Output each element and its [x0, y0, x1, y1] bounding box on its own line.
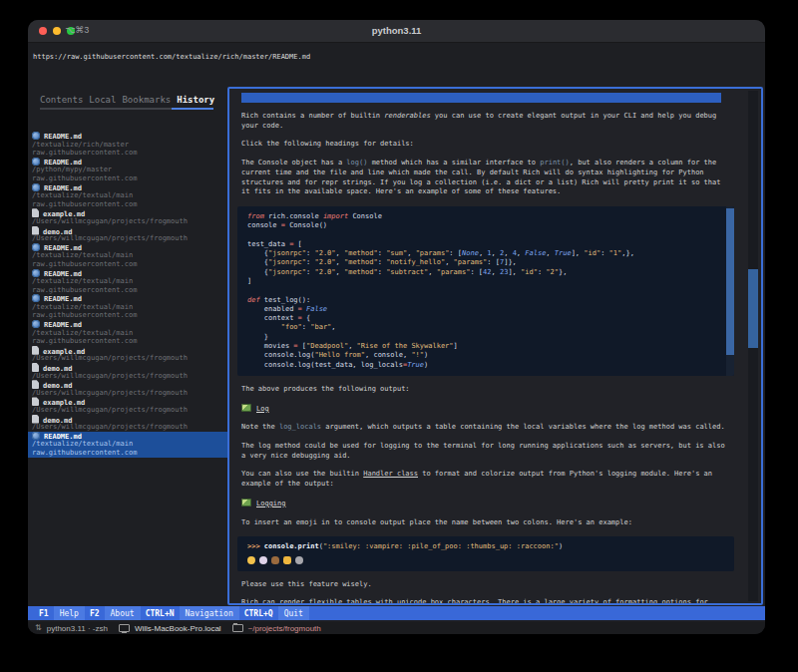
url-bar[interactable]: https://raw.githubusercontent.com/textua…	[33, 53, 310, 61]
link-log[interactable]: Log	[241, 404, 726, 415]
folder-icon	[232, 624, 243, 632]
footer-binding-key: F2	[85, 606, 105, 620]
history-item-icon	[32, 346, 39, 355]
history-item[interactable]: demo.md /Users/willmcgugan/projects/frog…	[28, 363, 227, 380]
computer-icon	[119, 624, 130, 632]
history-item-path: /Users/willmcgugan/projects/frogmouth	[32, 234, 227, 243]
sidebar-tab[interactable]: Local	[89, 95, 116, 105]
footer-binding-key: CTRL+N	[141, 606, 180, 620]
history-item-path: /textualize/textual/main	[32, 191, 227, 200]
session-updown-icon: ⇅	[35, 624, 42, 632]
image-icon	[241, 404, 251, 412]
sidebar: Contents Local Bookmarks History README.…	[28, 95, 227, 604]
link-logging[interactable]: Logging	[241, 499, 726, 509]
history-item[interactable]: demo.md /Users/willmcgugan/projects/frog…	[28, 380, 227, 397]
paragraph-log-method: The log method could be used for logging…	[241, 442, 726, 461]
emoji-glyph	[271, 556, 279, 564]
desktop: ⌥⌘3 python3.11 https://raw.githubusercon…	[0, 0, 798, 672]
footer-binding-key: CTRL+Q	[239, 606, 278, 620]
code-block-scrollbar[interactable]	[726, 206, 734, 376]
history-item-path: /Users/willmcgugan/projects/frogmouth	[32, 389, 227, 398]
history-item-path: /python/mypy/master	[32, 166, 227, 174]
history-item-icon	[32, 183, 40, 191]
paragraph-wisely: Please use this feature wisely.	[241, 580, 726, 590]
footer-binding-label: About	[105, 606, 141, 620]
image-icon	[241, 499, 251, 506]
link-log-label[interactable]: Log	[256, 405, 269, 413]
document-scrollbar[interactable]	[748, 91, 758, 601]
emoji-glyph	[259, 556, 267, 564]
history-item[interactable]: README.md /textualize/textual/main raw.g…	[28, 243, 227, 269]
document-viewer[interactable]: Rich contains a number of builtin render…	[227, 87, 763, 605]
footer-binding[interactable]: F1Help	[34, 606, 85, 620]
history-item[interactable]: README.md /textualize/textual/main raw.g…	[28, 269, 227, 295]
history-item-icon	[32, 269, 40, 277]
history-item-path: /Users/willmcgugan/projects/frogmouth	[32, 354, 227, 363]
working-directory-label: ~/projects/frogmouth	[248, 624, 321, 633]
active-tab-underline	[172, 108, 213, 110]
history-item-domain: raw.githubusercontent.com	[32, 174, 227, 183]
history-item-domain: raw.githubusercontent.com	[32, 337, 227, 346]
paragraph-tables: Rich can render flexible tables with uni…	[241, 598, 726, 605]
history-item-domain: raw.githubusercontent.com	[32, 449, 227, 458]
sidebar-tab[interactable]: History	[177, 95, 214, 105]
code-block-emoji: >>> console.print(":smiley: :vampire: :p…	[237, 536, 734, 570]
history-item[interactable]: README.md /textualize/textual/main raw.g…	[28, 432, 227, 458]
paragraph-intro: Rich contains a number of builtin render…	[241, 112, 726, 131]
hostname-label: Wills-MacBook-Pro.local	[135, 624, 221, 633]
history-item-icon	[32, 243, 40, 251]
code-block-example: from rich.console import Consoleconsole …	[237, 206, 734, 376]
session-label: python3.11 · -zsh	[47, 624, 108, 633]
paragraph-handler: You can also use the builtin Handler cla…	[241, 470, 726, 489]
history-item-domain: raw.githubusercontent.com	[32, 149, 227, 158]
history-item-path: /textualize/textual/main	[32, 440, 227, 449]
code-lines: >>> console.print(":smiley: :vampire: :p…	[247, 542, 734, 551]
paragraph-emoji-howto: To insert an emoji in to console output …	[241, 518, 726, 528]
footer-binding[interactable]: CTRL+QQuit	[239, 606, 309, 620]
history-item[interactable]: README.md /python/mypy/master raw.github…	[28, 158, 227, 183]
emoji-glyph	[247, 556, 255, 564]
history-item-path: /textualize/rich/master	[32, 141, 227, 150]
footer-binding-label: Help	[54, 606, 85, 620]
sidebar-tab[interactable]: Bookmarks	[122, 95, 171, 105]
window-title: python3.11	[28, 25, 765, 36]
history-item[interactable]: example.md /Users/willmcgugan/projects/f…	[28, 208, 227, 225]
document-scrollbar-thumb[interactable]	[748, 269, 758, 348]
paragraph-note-log-locals: Note the log_locals argument, which outp…	[241, 423, 726, 433]
sidebar-tab[interactable]: Contents	[40, 95, 83, 105]
history-item[interactable]: README.md /textualize/textual/main raw.g…	[28, 183, 227, 209]
history-list: README.md /textualize/rich/master raw.gi…	[28, 132, 227, 458]
footer-binding[interactable]: CTRL+NNavigation	[141, 606, 239, 620]
paragraph-console-log: The Console object has a log() method wh…	[241, 159, 726, 197]
link-logging-label[interactable]: Logging	[256, 500, 286, 507]
history-item[interactable]: README.md /textualize/textual/main raw.g…	[28, 320, 227, 346]
history-item[interactable]: example.md /Users/willmcgugan/projects/f…	[28, 397, 227, 414]
history-item-domain: raw.githubusercontent.com	[32, 260, 227, 269]
history-item-path: /textualize/textual/main	[32, 303, 227, 312]
scrolled-heading-bar	[241, 93, 721, 103]
paragraph-click-headings: Click the following headings for details…	[241, 140, 726, 150]
history-item[interactable]: demo.md /Users/willmcgugan/projects/frog…	[28, 415, 227, 432]
history-item-icon	[32, 380, 39, 389]
footer-binding-label: Quit	[278, 606, 309, 620]
code-block-scrollbar-thumb[interactable]	[726, 208, 734, 355]
paragraph-above-output: The above produces the following output:	[241, 385, 726, 395]
history-item-path: /Users/willmcgugan/projects/frogmouth	[32, 372, 227, 381]
history-item-icon	[32, 294, 40, 302]
history-item-icon	[32, 226, 39, 235]
history-item-name: README.md	[44, 321, 82, 329]
terminal-statusbar: ⇅ python3.11 · -zsh Wills-MacBook-Pro.lo…	[28, 622, 765, 634]
terminal-window: ⌥⌘3 python3.11 https://raw.githubusercon…	[28, 20, 765, 634]
history-item-name: README.md	[44, 133, 82, 141]
history-item-domain: raw.githubusercontent.com	[32, 200, 227, 209]
history-item[interactable]: README.md /textualize/rich/master raw.gi…	[28, 132, 227, 158]
history-item-domain: raw.githubusercontent.com	[32, 286, 227, 295]
footer-binding[interactable]: F2About	[85, 606, 141, 620]
history-item[interactable]: README.md /textualize/textual/main raw.g…	[28, 294, 227, 320]
footer-binding-key: F1	[34, 606, 54, 620]
history-item-domain: raw.githubusercontent.com	[32, 311, 227, 320]
history-item-path: /Users/willmcgugan/projects/frogmouth	[32, 406, 227, 415]
emoji-glyph	[283, 556, 291, 564]
history-item[interactable]: demo.md /Users/willmcgugan/projects/frog…	[28, 226, 227, 243]
history-item[interactable]: example.md /Users/willmcgugan/projects/f…	[28, 346, 227, 363]
